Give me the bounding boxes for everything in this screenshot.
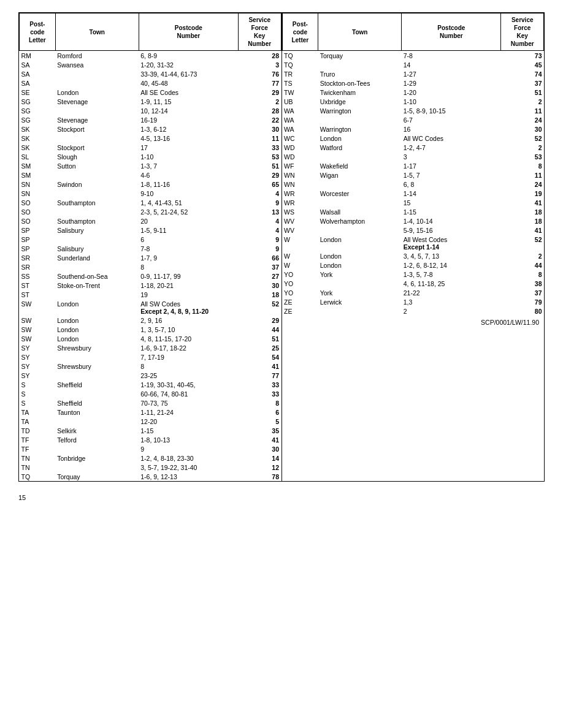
cell-postcode-number: 1-4, 10-14 — [402, 216, 501, 226]
cell-postcode-number: 8 — [139, 362, 238, 371]
cell-postcode-number: 6, 8-9 — [139, 51, 238, 61]
cell-postcode: SS — [20, 271, 56, 281]
cell-sfkn: 8 — [501, 270, 544, 279]
cell-postcode: WA — [282, 106, 318, 115]
cell-sfkn: 29 — [238, 170, 281, 180]
cell-postcode-number: 1-9, 11, 15 — [139, 97, 238, 106]
cell-postcode: S — [20, 389, 56, 398]
cell-sfkn: 3 — [238, 60, 281, 69]
cell-postcode-number: 16-19 — [139, 115, 238, 124]
cell-sfkn: 8 — [238, 398, 281, 408]
cell-sfkn: 28 — [238, 106, 281, 115]
cell-sfkn: 19 — [501, 189, 544, 198]
cell-postcode: SP — [20, 226, 56, 235]
table-row: WD353 — [282, 152, 544, 161]
cell-postcode-number: 1-8, 10-13 — [139, 435, 238, 444]
cell-postcode-number: 1-5, 7 — [402, 170, 501, 180]
cell-town: London — [55, 316, 139, 325]
cell-sfkn: 2 — [501, 97, 544, 106]
table-row: SN9-104 — [20, 189, 282, 198]
right-header-postcode: Post-codeLetter — [282, 13, 318, 51]
cell-postcode: WF — [282, 161, 318, 170]
cell-postcode: YO — [282, 288, 318, 297]
cell-postcode: SO — [20, 207, 56, 216]
cell-postcode: SW — [20, 325, 56, 334]
cell-sfkn: 30 — [238, 444, 281, 453]
cell-sfkn: 52 — [501, 235, 544, 251]
cell-town: Wigan — [318, 170, 402, 180]
cell-town: Lerwick — [318, 297, 402, 306]
cell-postcode: W — [282, 235, 318, 251]
table-row: WNWigan1-5, 711 — [282, 170, 544, 180]
cell-postcode-number: 3, 4, 5, 7, 13 — [402, 251, 501, 260]
cell-postcode-number: 20 — [139, 216, 238, 226]
cell-town: London — [318, 235, 402, 251]
table-row: WN6, 824 — [282, 180, 544, 189]
cell-sfkn: 18 — [501, 216, 544, 226]
cell-town: Stevenage — [55, 97, 139, 106]
table-row: ZE280 — [282, 306, 544, 316]
cell-postcode: TW — [282, 88, 318, 97]
cell-postcode: TA — [20, 408, 56, 417]
cell-postcode-number: 6-7 — [402, 115, 501, 124]
cell-town: Uxbridge — [318, 97, 402, 106]
table-row: WVWolverhampton1-4, 10-1418 — [282, 216, 544, 226]
cell-sfkn: 41 — [501, 226, 544, 235]
cell-town — [318, 60, 402, 69]
right-header-town: Town — [318, 13, 402, 51]
table-row: YOYork1-3, 5, 7-88 — [282, 270, 544, 279]
table-row: WSWalsall1-1518 — [282, 207, 544, 216]
cell-sfkn: 45 — [501, 60, 544, 69]
cell-postcode-number: 1, 4, 41-43, 51 — [139, 198, 238, 207]
cell-postcode-number: 3 — [402, 152, 501, 161]
cell-town: London — [318, 134, 402, 143]
cell-town — [318, 306, 402, 316]
cell-postcode: TD — [20, 426, 56, 435]
cell-sfkn: 11 — [501, 106, 544, 115]
cell-postcode: WV — [282, 216, 318, 226]
cell-sfkn: 11 — [238, 134, 281, 143]
cell-postcode-number: 8 — [139, 262, 238, 271]
cell-town — [55, 262, 139, 271]
cell-town: London — [318, 260, 402, 270]
cell-sfkn: 24 — [501, 115, 544, 124]
cell-postcode: RM — [20, 51, 56, 61]
cell-town — [55, 235, 139, 244]
cell-town: Wolverhampton — [318, 216, 402, 226]
table-row: SYShrewsbury1-6, 9-17, 18-2225 — [20, 343, 282, 352]
cell-sfkn: 54 — [238, 352, 281, 362]
table-row: RMRomford6, 8-928 — [20, 51, 282, 61]
cell-postcode: SN — [20, 189, 56, 198]
cell-postcode-number: All SE Codes — [139, 88, 238, 97]
table-row: TFTelford1-8, 10-1341 — [20, 435, 282, 444]
cell-sfkn: 30 — [501, 124, 544, 134]
cell-postcode: WD — [282, 143, 318, 152]
cell-town: Telford — [55, 435, 139, 444]
table-row: SSSouthend-on-Sea0-9, 11-17, 9927 — [20, 271, 282, 281]
cell-town — [55, 106, 139, 115]
table-row: TDSelkirk1-1535 — [20, 426, 282, 435]
cell-postcode-number: 1-15 — [139, 426, 238, 435]
cell-sfkn: 35 — [238, 426, 281, 435]
table-row: SELondonAll SE Codes29 — [20, 88, 282, 97]
cell-postcode-number: 1,3 — [402, 297, 501, 306]
table-row: SWLondonAll SW CodesExcept 2, 4, 8, 9, 1… — [20, 299, 282, 316]
table-row: WFWakefield1-178 — [282, 161, 544, 170]
cell-postcode-number: 7-8 — [139, 244, 238, 253]
cell-sfkn: 33 — [238, 380, 281, 389]
cell-sfkn: 76 — [238, 69, 281, 78]
cell-postcode-number: 1-27 — [402, 69, 501, 78]
table-row: SY23-2577 — [20, 371, 282, 380]
cell-postcode-number: 4-5, 13-16 — [139, 134, 238, 143]
cell-sfkn: 65 — [238, 180, 281, 189]
cell-postcode-number: 7, 17-19 — [139, 352, 238, 362]
cell-postcode: SR — [20, 253, 56, 262]
cell-sfkn: 9 — [238, 198, 281, 207]
cell-sfkn: 41 — [501, 198, 544, 207]
cell-sfkn: 37 — [238, 262, 281, 271]
cell-postcode-number: 1-10 — [139, 152, 238, 161]
cell-postcode: S — [20, 380, 56, 389]
cell-town: Warrington — [318, 106, 402, 115]
main-table: Post-codeLetter Town PostcodeNumber Serv… — [18, 12, 545, 482]
cell-town: Torquay — [55, 472, 139, 481]
